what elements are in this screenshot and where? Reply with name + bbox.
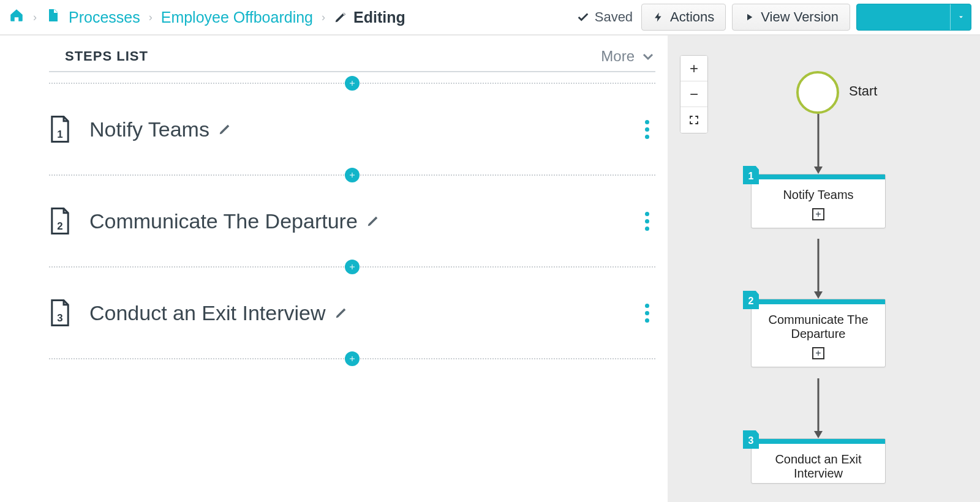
pencil-icon[interactable]: [366, 214, 380, 228]
overview-panel: + − Start 1 Notify Teams +: [668, 36, 980, 502]
svg-marker-4: [814, 167, 823, 174]
svg-marker-6: [814, 291, 823, 299]
insert-step-divider: [49, 348, 655, 370]
check-icon: [576, 10, 590, 24]
flow-arrow: [816, 239, 821, 300]
node-number-badge: 1: [743, 166, 759, 184]
fullscreen-button[interactable]: [680, 107, 707, 133]
start-label: Start: [849, 83, 877, 99]
home-icon[interactable]: [9, 7, 24, 27]
document-icon: 2: [49, 207, 71, 235]
chevron-down-icon: [641, 49, 655, 64]
step-title: Communicate The Departure: [89, 209, 358, 233]
approve-dropdown[interactable]: [950, 4, 971, 30]
saved-status: Saved: [576, 9, 633, 25]
breadcrumb-process-name[interactable]: Employee Offboarding: [161, 9, 313, 26]
flow-node[interactable]: 3 Conduct an Exit Interview: [751, 438, 886, 484]
breadcrumb-processes[interactable]: Processes: [69, 9, 140, 26]
bolt-icon: [653, 12, 664, 23]
svg-text:1: 1: [57, 129, 62, 140]
step-menu-button[interactable]: [639, 209, 655, 233]
flow-node-title: Communicate The Departure: [752, 304, 885, 343]
add-step-button[interactable]: [345, 260, 360, 274]
step-row[interactable]: 3 Conduct an Exit Interview: [49, 278, 655, 348]
chevron-right-icon: ›: [322, 11, 325, 24]
flow-node[interactable]: 2 Communicate The Departure +: [751, 299, 886, 367]
insert-step-divider: [49, 164, 655, 186]
approve-button[interactable]: Approve: [856, 4, 971, 31]
document-icon: 1: [49, 115, 71, 143]
step-title: Conduct an Exit Interview: [89, 301, 326, 325]
top-bar: › Processes › Employee Offboarding › Edi…: [0, 0, 980, 36]
fullscreen-icon: [688, 114, 699, 126]
play-icon: [744, 12, 755, 23]
add-step-button[interactable]: [345, 351, 360, 366]
svg-text:3: 3: [57, 312, 62, 324]
plus-icon: [349, 80, 356, 87]
flow-node-title: Conduct an Exit Interview: [752, 444, 885, 483]
plus-icon: [349, 355, 356, 362]
flow-node[interactable]: 1 Notify Teams +: [751, 174, 886, 228]
node-number-badge: 2: [743, 291, 759, 309]
steps-panel: STEPS LIST More 1 Notify Teams: [0, 36, 668, 502]
processes-icon[interactable]: [45, 8, 60, 26]
expand-node-button[interactable]: +: [812, 208, 824, 220]
flow-node-title: Notify Teams: [752, 179, 885, 204]
step-menu-button[interactable]: [639, 118, 655, 141]
start-node[interactable]: [796, 71, 839, 114]
chevron-right-icon: ›: [149, 11, 153, 24]
node-number-badge: 3: [743, 430, 759, 449]
zoom-out-button[interactable]: −: [680, 81, 707, 107]
view-version-button[interactable]: View Version: [732, 4, 850, 31]
actions-button[interactable]: Actions: [641, 4, 726, 31]
breadcrumb: › Processes › Employee Offboarding › Edi…: [9, 7, 405, 27]
svg-marker-8: [814, 431, 823, 438]
flow-canvas[interactable]: Start 1 Notify Teams + 2 Communicate The…: [668, 36, 980, 502]
more-menu[interactable]: More: [601, 48, 655, 65]
step-menu-button[interactable]: [639, 301, 655, 325]
chevron-right-icon: ›: [33, 11, 37, 24]
caret-down-icon: [957, 13, 965, 21]
zoom-controls: + −: [680, 55, 708, 133]
pencil-icon[interactable]: [334, 306, 348, 320]
flow-arrow: [816, 378, 821, 440]
insert-step-divider: [49, 72, 655, 94]
pencil-icon[interactable]: [218, 122, 232, 136]
svg-text:2: 2: [57, 220, 62, 232]
zoom-in-button[interactable]: +: [680, 56, 707, 81]
plus-icon: [349, 263, 356, 271]
step-title: Notify Teams: [89, 118, 209, 141]
plus-icon: [349, 171, 356, 179]
expand-node-button[interactable]: +: [812, 347, 824, 359]
insert-step-divider: [49, 256, 655, 278]
add-step-button[interactable]: [345, 168, 360, 182]
breadcrumb-current: Editing: [334, 9, 405, 26]
pencil-icon: [334, 10, 347, 24]
add-step-button[interactable]: [345, 76, 360, 91]
steps-list-title: STEPS LIST: [65, 48, 148, 64]
step-row[interactable]: 2 Communicate The Departure: [49, 186, 655, 256]
flow-arrow: [816, 114, 821, 175]
document-icon: 3: [49, 299, 71, 327]
step-row[interactable]: 1 Notify Teams: [49, 94, 655, 164]
